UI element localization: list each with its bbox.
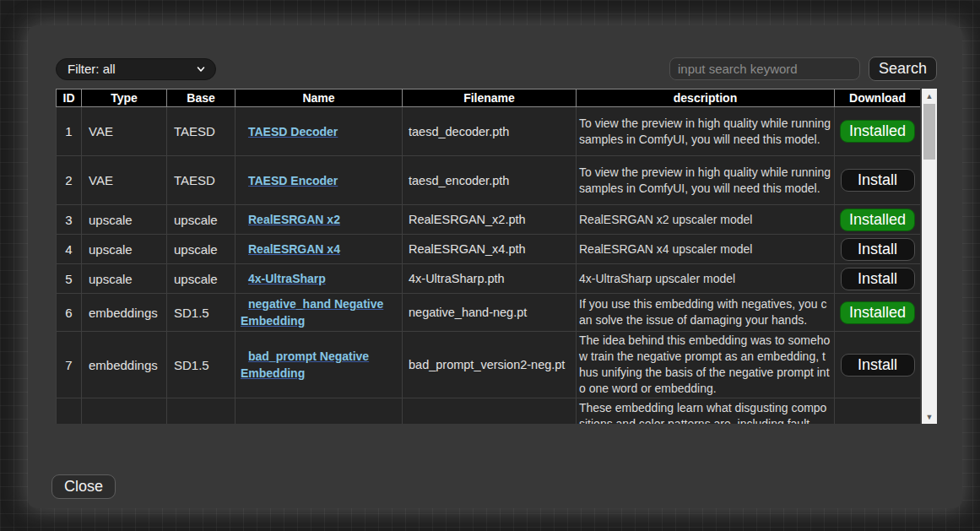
cell-base: TAESD [167,156,236,205]
cell-filename [403,398,577,425]
scrollbar[interactable]: ▲ ▼ [922,89,937,424]
install-button[interactable]: Install [841,354,915,377]
table-row: 1VAETAESDTAESD Decodertaesd_decoder.pthT… [57,107,921,156]
cell-id: 1 [57,107,82,156]
filter-select-label: Filter: all [68,62,116,76]
chevron-down-icon [197,65,205,73]
cell-name: bad_prompt Negative Embedding [236,332,403,398]
scrollbar-down-arrow-icon[interactable]: ▼ [922,409,937,424]
cell-description: The idea behind this embedding was to so… [577,332,835,398]
cell-type: embeddings [82,294,167,332]
installed-button[interactable]: Installed [840,301,915,324]
scrollbar-up-arrow-icon[interactable]: ▲ [922,89,937,103]
table-row: 5upscaleupscale4x-UltraSharp4x-UltraShar… [57,264,921,294]
cell-download: Install [835,332,921,398]
cell-filename: taesd_decoder.pth [403,107,577,156]
search-input[interactable] [669,57,860,80]
cell-type [82,398,167,425]
column-header: ID [57,89,82,107]
column-header: Type [82,89,167,107]
column-header: Download [835,89,921,107]
installed-button[interactable]: Installed [840,209,915,231]
close-button[interactable]: Close [51,474,116,499]
cell-filename: 4x-UltraSharp.pth [403,264,577,294]
model-name-link[interactable]: 4x-UltraSharp [241,270,326,287]
cell-download: Install [835,156,921,205]
table-row: 3upscaleupscaleRealESRGAN x2RealESRGAN_x… [57,205,921,235]
cell-base: SD1.5 [167,332,236,398]
filter-select[interactable]: Filter: all [56,58,216,80]
cell-description: If you use this embedding with negatives… [577,294,835,332]
cell-download: Installed [835,294,921,332]
model-name-link[interactable]: bad_prompt Negative Embedding [241,348,398,382]
cell-download: Installed [835,107,921,156]
cell-name: RealESRGAN x2 [236,205,403,235]
cell-filename: bad_prompt_version2-neg.pt [403,332,577,398]
cell-download: Installed [835,205,921,235]
models-table-scroll-area: IDTypeBaseNameFilenamedescriptionDownloa… [56,89,920,424]
cell-name: negative_hand Negative Embedding [236,294,403,332]
cell-id [57,398,82,425]
cell-description: 4x-UltraSharp upscaler model [577,264,835,294]
cell-base: TAESD [167,107,236,156]
model-name-link[interactable]: negative_hand Negative Embedding [241,295,398,329]
cell-name: RealESRGAN x4 [236,235,403,264]
column-header: description [577,89,835,107]
column-header: Name [236,89,403,107]
cell-download: Install [835,264,921,294]
cell-description: RealESRGAN x2 upscaler model [577,205,835,235]
cell-type: upscale [82,235,167,264]
cell-base: upscale [167,205,236,235]
cell-name: TAESD Encoder [236,156,403,205]
cell-name: 4x-UltraSharp [236,264,403,294]
cell-base: upscale [167,264,236,294]
cell-id: 6 [57,294,82,332]
cell-id: 5 [57,264,82,294]
install-models-dialog: Filter: all Search IDTypeBaseNameFilenam… [28,25,962,508]
cell-type: VAE [82,156,167,205]
cell-filename: taesd_encoder.pth [403,156,577,205]
cell-type: upscale [82,205,167,235]
search-button[interactable]: Search [869,57,937,81]
column-header: Base [167,89,236,107]
cell-description: To view the preview in high quality whil… [577,156,835,205]
cell-description: RealESRGAN x4 upscaler model [577,235,835,264]
cell-base [167,398,236,425]
install-button[interactable]: Install [841,169,915,192]
install-button[interactable]: Install [841,238,915,261]
cell-name [236,398,403,425]
cell-type: VAE [82,107,167,156]
table-row: 2VAETAESDTAESD Encodertaesd_encoder.pthT… [57,156,921,205]
installed-button[interactable]: Installed [840,120,915,143]
cell-download: Install [835,235,921,264]
cell-filename: RealESRGAN_x2.pth [403,205,577,235]
table-row: These embedding learn what disgusting co… [57,398,921,425]
model-name-link[interactable]: RealESRGAN x2 [241,211,340,228]
cell-id: 7 [57,332,82,398]
model-name-link[interactable]: TAESD Decoder [241,123,338,140]
scrollbar-thumb[interactable] [923,104,935,160]
model-name-link[interactable]: RealESRGAN x4 [241,241,340,257]
cell-name: TAESD Decoder [236,107,403,156]
cell-base: SD1.5 [167,294,236,332]
table-row: 6embeddingsSD1.5negative_hand Negative E… [57,294,921,332]
cell-id: 3 [57,205,82,235]
comfyui-canvas: { "dialog": { "filter": { "selected_labe… [0,0,980,531]
cell-download [835,398,921,425]
cell-type: embeddings [82,332,167,398]
cell-description: To view the preview in high quality whil… [577,107,835,156]
cell-filename: RealESRGAN_x4.pth [403,235,577,264]
table-body: 1VAETAESDTAESD Decodertaesd_decoder.pthT… [57,107,921,425]
cell-filename: negative_hand-neg.pt [403,294,577,332]
table-row: 7embeddingsSD1.5bad_prompt Negative Embe… [57,332,921,398]
cell-id: 2 [57,156,82,205]
cell-id: 4 [57,235,82,264]
model-name-link[interactable]: TAESD Encoder [241,172,338,189]
table-row: 4upscaleupscaleRealESRGAN x4RealESRGAN_x… [57,235,921,264]
cell-type: upscale [82,264,167,294]
table-header-row: IDTypeBaseNameFilenamedescriptionDownloa… [57,89,921,107]
column-header: Filename [403,89,577,107]
search-area: Search [669,57,937,81]
install-button[interactable]: Install [841,268,915,290]
toolbar: Filter: all Search [56,57,937,81]
